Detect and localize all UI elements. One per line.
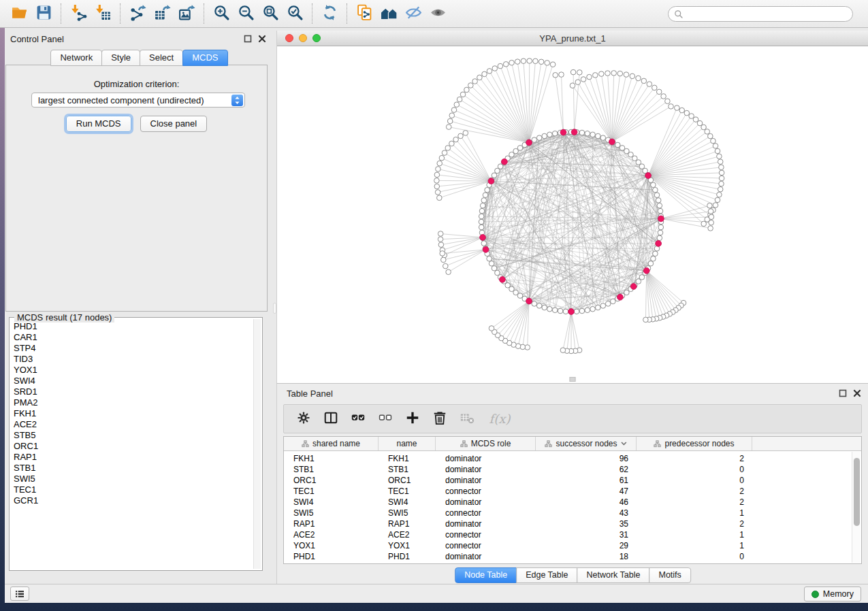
zoom-selected-button[interactable] [283,2,307,25]
network-graph[interactable] [277,46,868,383]
optimization-criterion-select[interactable]: largest connected component (undirected) [31,93,245,108]
mcds-node-item[interactable]: PHD1 [14,321,253,332]
table-cell: 2 [637,519,752,529]
clone-network-button[interactable] [352,2,376,25]
table-settings-button[interactable] [293,408,315,430]
mcds-node-item[interactable]: RAP1 [14,452,253,463]
mcds-node-item[interactable]: STB1 [14,463,253,474]
mcds-node-item[interactable]: SWI5 [14,474,253,484]
tab-network-table[interactable]: Network Table [577,567,650,583]
table-row[interactable]: SWI5SWI5connector431 [284,508,852,518]
table-cell: PHD1 [284,552,379,561]
run-mcds-button[interactable]: Run MCDS [66,116,131,132]
import-network-button[interactable] [66,2,91,25]
mcds-node-item[interactable]: GCR1 [14,495,253,506]
zoom-out-button[interactable] [234,2,258,25]
memory-label: Memory [823,589,854,599]
zoom-in-button[interactable] [209,2,234,25]
zoom-fit-button[interactable] [258,2,283,25]
split-panel-button[interactable] [320,408,342,430]
mcds-node-item[interactable]: FKH1 [14,408,253,419]
export-network-button[interactable] [125,2,150,25]
mcds-node-item[interactable]: SWI4 [14,376,253,386]
column-header-shared-name[interactable]: shared name [284,437,379,450]
mcds-node-item[interactable]: YOX1 [14,365,253,376]
toolbar-separator [120,3,120,24]
memory-button[interactable]: Memory [804,587,861,601]
delete-column-button[interactable] [429,408,451,430]
table-row[interactable]: RAP1RAP1dominator352 [284,518,852,529]
save-session-button[interactable] [31,2,56,25]
close-panel-button-mcds[interactable]: Close panel [140,116,208,132]
search-box[interactable] [668,6,853,22]
import-table-button[interactable] [91,2,115,25]
zoom-selected-icon [287,4,304,24]
tab-style[interactable]: Style [101,50,140,66]
tab-select[interactable]: Select [140,50,183,66]
add-column-button[interactable] [402,408,423,430]
mcds-node-item[interactable]: ACE2 [14,419,253,430]
birds-eye-view-button[interactable] [401,2,425,25]
table-cell: ORC1 [284,476,379,485]
task-history-button[interactable] [10,587,29,601]
table-scrollbar[interactable] [852,452,861,563]
mcds-list-scrollbar[interactable] [253,319,261,569]
column-label: successor nodes [556,439,617,448]
mcds-node-item[interactable]: PMA2 [14,397,253,408]
table-scrollbar-thumb[interactable] [854,458,860,526]
table-toolbar: f(x) [283,404,862,433]
table-cell: 43 [536,508,637,518]
split-grip[interactable] [570,377,576,382]
mcds-node-item[interactable]: STB5 [14,430,253,441]
table-cell: ACE2 [284,530,379,540]
table-panel: Table Panel f(x) shared namenameMCDS rol… [276,383,868,584]
float-panel-button[interactable] [244,35,252,43]
tab-motifs[interactable]: Motifs [649,567,690,583]
export-image-button[interactable] [174,2,199,25]
table-cell: 0 [637,465,752,474]
table-cell: 61 [536,476,637,485]
mcds-node-item[interactable]: STP4 [14,343,253,354]
network-manager-button[interactable] [376,2,401,25]
toolbar-separator [312,3,312,24]
float-table-panel-button[interactable] [839,389,847,397]
table-row[interactable]: YOX1YOX1connector291 [284,540,852,551]
mcds-node-item[interactable]: CAR1 [14,332,253,343]
export-table-button[interactable] [150,2,174,25]
table-row[interactable]: ORC1ORC1dominator610 [284,475,852,486]
graphics-details-icon [430,4,447,24]
tab-mcds[interactable]: MCDS [182,50,227,66]
table-cell: 47 [536,486,637,496]
table-row[interactable]: TEC1TEC1connector472 [284,486,852,497]
network-canvas[interactable] [277,46,868,383]
mcds-node-item[interactable]: SRD1 [14,386,253,397]
tab-edge-table[interactable]: Edge Table [516,567,577,583]
network-window-titlebar[interactable]: YPA_prune.txt_1 [277,31,868,46]
select-all-button[interactable] [347,408,369,430]
mcds-node-item[interactable]: ORC1 [14,441,253,452]
table-cell: ACE2 [379,530,436,540]
graphics-details-button[interactable] [425,2,450,25]
mcds-node-item[interactable]: TID3 [14,354,253,365]
tab-network[interactable]: Network [50,50,102,66]
column-header-name[interactable]: name [379,437,436,450]
close-table-panel-button[interactable] [853,389,861,397]
tab-node-table[interactable]: Node Table [455,567,517,583]
delete-table-button [456,408,478,430]
column-header-successor-nodes[interactable]: successor nodes [536,437,637,450]
deselect-all-button[interactable] [374,408,396,430]
column-header-MCDS-role[interactable]: MCDS role [436,437,536,450]
table-row[interactable]: PHD1PHD1dominator180 [284,551,852,562]
close-panel-button[interactable] [258,35,266,43]
mcds-node-item[interactable]: TEC1 [14,484,253,495]
table-row[interactable]: ACE2ACE2connector311 [284,529,852,540]
search-input[interactable] [684,7,852,20]
refresh-layout-button[interactable] [317,2,342,25]
column-header-predecessor-nodes[interactable]: predecessor nodes [637,437,752,450]
table-cell: 96 [536,454,637,463]
table-row[interactable]: STB1STB1dominator620 [284,464,852,475]
delete-column-icon [432,410,447,428]
table-row[interactable]: FKH1FKH1dominator962 [284,453,852,464]
table-row[interactable]: SWI4SWI4dominator462 [284,497,852,508]
open-file-button[interactable] [7,2,31,25]
